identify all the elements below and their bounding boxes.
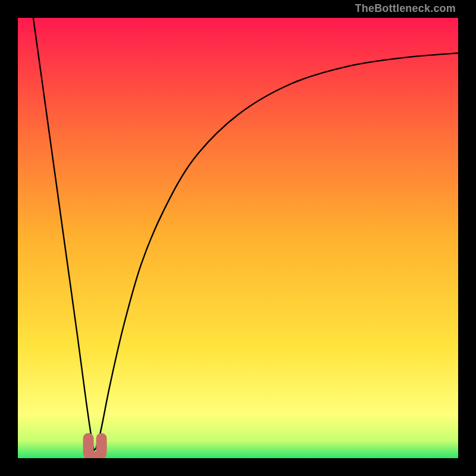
outer-frame: TheBottleneck.com <box>0 0 476 476</box>
watermark-text: TheBottleneck.com <box>355 2 456 15</box>
heat-gradient-background <box>18 18 458 458</box>
plot-area <box>18 18 458 458</box>
